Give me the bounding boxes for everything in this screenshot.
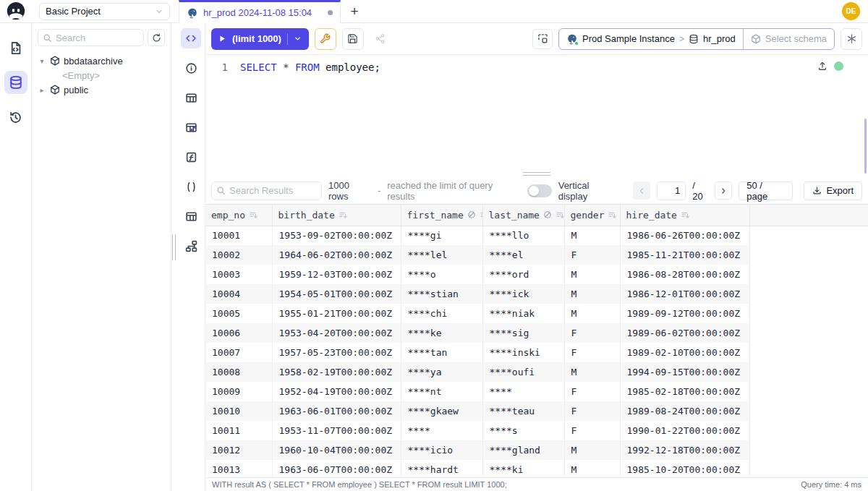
page-size-selector[interactable]: 50 / page <box>739 182 793 200</box>
table-cell[interactable]: M <box>564 226 620 245</box>
table-cell[interactable]: 10001 <box>205 226 272 245</box>
sidebar-search[interactable] <box>38 29 144 46</box>
table-cell[interactable]: 10013 <box>205 460 272 477</box>
table-cell[interactable]: ****gkaew <box>401 401 482 421</box>
table-cell[interactable]: 1955-01-21T00:00:00Z <box>272 304 401 323</box>
share-button[interactable] <box>370 28 391 50</box>
chevron-down-icon[interactable] <box>294 35 302 43</box>
table-cell[interactable]: ****stian <box>401 284 482 304</box>
table-cell[interactable]: F <box>564 401 620 421</box>
editor-scrollbar[interactable] <box>864 119 867 174</box>
sidebar-resize-handle[interactable] <box>171 23 177 491</box>
table-cell[interactable]: 10012 <box>205 440 272 460</box>
table-cell[interactable]: 10004 <box>205 284 272 304</box>
table-cell[interactable]: ****ki <box>482 460 564 477</box>
table-cell[interactable]: 1954-05-01T00:00:00Z <box>272 284 401 304</box>
table-cell[interactable]: ****inski <box>482 343 564 362</box>
nav-history[interactable] <box>4 106 27 129</box>
user-avatar[interactable]: DE <box>842 2 860 20</box>
table-cell[interactable]: M <box>564 362 620 382</box>
table-cell[interactable]: M <box>564 440 620 460</box>
format-sql-button[interactable] <box>315 28 336 50</box>
table-cell[interactable]: ****oufi <box>482 362 564 382</box>
project-selector[interactable]: Basic Project <box>39 3 170 20</box>
table-cell[interactable]: M <box>564 304 620 323</box>
column-header-birth_date[interactable]: birth_date <box>272 205 401 226</box>
table-cell[interactable]: ****o <box>401 265 482 284</box>
table-cell[interactable]: 10011 <box>205 421 272 440</box>
table-cell[interactable]: ****niak <box>482 304 564 323</box>
table-cell[interactable]: ****chi <box>401 304 482 323</box>
table-cell[interactable]: 1963-06-07T00:00:00Z <box>272 460 401 477</box>
table-cell[interactable]: ****hardt <box>401 460 482 477</box>
table-cell[interactable]: ****ick <box>482 284 564 304</box>
tree-node-bbdataarchive[interactable]: ▾ bbdataarchive <box>35 54 168 68</box>
table-cell[interactable]: ****nt <box>401 382 482 401</box>
table-cell[interactable]: ****ke <box>401 323 482 343</box>
view-er-diagram[interactable] <box>181 117 201 137</box>
table-cell[interactable]: M <box>564 460 620 477</box>
table-cell[interactable]: 10002 <box>205 245 272 265</box>
table-cell[interactable]: 10006 <box>205 323 272 343</box>
table-cell[interactable]: **** <box>401 421 482 440</box>
view-info[interactable] <box>181 58 201 78</box>
table-cell[interactable]: 10009 <box>205 382 272 401</box>
table-cell[interactable]: 1957-05-23T00:00:00Z <box>272 343 401 362</box>
connection-selector[interactable]: Prod Sample Instance > hr_prod <box>559 29 743 49</box>
refresh-schema-button[interactable] <box>148 29 165 46</box>
worksheet-tab[interactable]: hr_prod 2024-11-08 15:04 <box>179 0 341 23</box>
view-functions[interactable] <box>181 147 201 167</box>
tree-node-public[interactable]: ▸ public <box>35 82 168 97</box>
column-header-last_name[interactable]: last_name <box>482 205 564 226</box>
table-cell[interactable]: ****el <box>482 245 564 265</box>
results-search-input[interactable] <box>229 185 317 196</box>
column-header-hire_date[interactable]: hire_date <box>620 205 749 226</box>
run-query-button[interactable]: (limit 1000) <box>211 28 309 50</box>
view-external-tables[interactable] <box>181 206 201 226</box>
table-cell[interactable]: ****icio <box>401 440 482 460</box>
sort-icon[interactable] <box>480 210 482 220</box>
table-cell[interactable]: 1959-12-03T00:00:00Z <box>272 265 401 284</box>
table-cell[interactable]: ****llo <box>482 226 564 245</box>
batch-query-button[interactable] <box>532 29 553 49</box>
table-cell[interactable]: F <box>564 421 620 440</box>
table-cell[interactable]: F <box>564 323 620 343</box>
sort-icon[interactable] <box>339 210 348 220</box>
table-cell[interactable]: ****gi <box>401 226 482 245</box>
table-cell[interactable]: 1958-02-19T00:00:00Z <box>272 362 401 382</box>
table-cell[interactable]: 1990-01-22T00:00:00Z <box>620 421 749 440</box>
table-cell[interactable]: 10003 <box>205 265 272 284</box>
table-cell[interactable]: F <box>564 382 620 401</box>
next-page-button[interactable] <box>715 182 733 200</box>
prev-page-button[interactable] <box>633 182 651 200</box>
sort-icon[interactable] <box>681 210 690 220</box>
table-cell[interactable]: 1989-02-10T00:00:00Z <box>620 343 749 362</box>
table-cell[interactable]: 1994-09-15T00:00:00Z <box>620 362 749 382</box>
table-cell[interactable]: 1953-04-20T00:00:00Z <box>272 323 401 343</box>
ai-assistant-button[interactable] <box>841 28 862 50</box>
table-cell[interactable]: 1989-06-02T00:00:00Z <box>620 323 749 343</box>
sidebar-search-input[interactable] <box>56 33 139 43</box>
table-cell[interactable]: 1985-02-18T00:00:00Z <box>620 382 749 401</box>
table-cell[interactable]: 1953-11-07T00:00:00Z <box>272 421 401 440</box>
table-cell[interactable]: ****ord <box>482 265 564 284</box>
column-header-gender[interactable]: gender <box>564 205 620 226</box>
table-cell[interactable]: 1963-06-01T00:00:00Z <box>272 401 401 421</box>
nav-databases[interactable] <box>4 71 27 94</box>
table-cell[interactable]: 1953-09-02T00:00:00Z <box>272 226 401 245</box>
table-cell[interactable]: 1986-08-28T00:00:00Z <box>620 265 749 284</box>
table-cell[interactable]: 1960-10-04T00:00:00Z <box>272 440 401 460</box>
new-tab-button[interactable]: + <box>341 0 368 22</box>
table-cell[interactable]: 10008 <box>205 362 272 382</box>
table-cell[interactable]: 10005 <box>205 304 272 323</box>
sql-editor[interactable]: 1 SELECT * FROM employee; <box>205 55 868 171</box>
table-cell[interactable]: 10010 <box>205 401 272 421</box>
table-cell[interactable]: 1964-06-02T00:00:00Z <box>272 245 401 265</box>
table-cell[interactable]: 1952-04-19T00:00:00Z <box>272 382 401 401</box>
caret-right-icon[interactable]: ▸ <box>38 86 46 94</box>
column-header-first_name[interactable]: first_name <box>401 205 482 226</box>
caret-down-icon[interactable]: ▾ <box>38 57 46 65</box>
table-cell[interactable]: M <box>564 265 620 284</box>
app-logo[interactable] <box>0 0 32 22</box>
table-cell[interactable]: ****s <box>482 421 564 440</box>
